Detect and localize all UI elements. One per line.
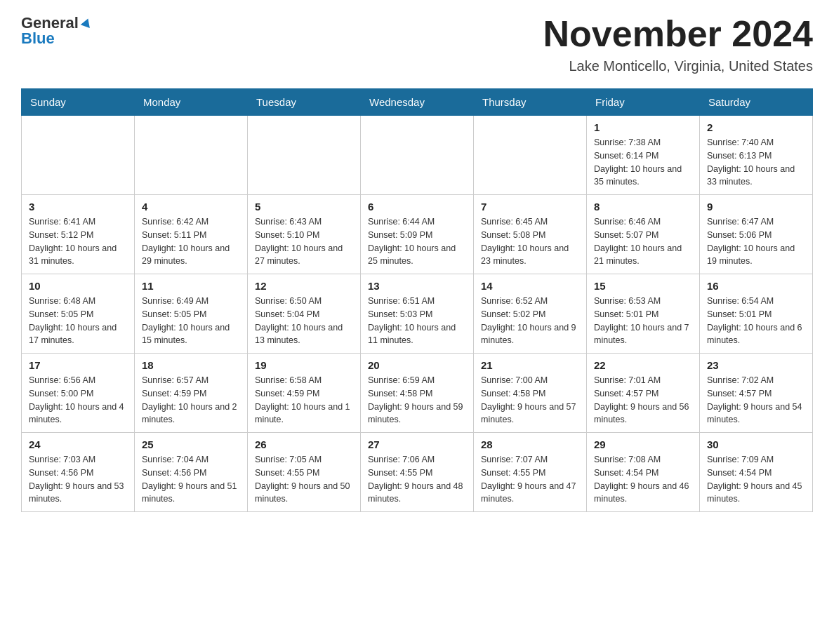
calendar-week-row: 10Sunrise: 6:48 AM Sunset: 5:05 PM Dayli… <box>22 274 813 354</box>
calendar-cell: 23Sunrise: 7:02 AM Sunset: 4:57 PM Dayli… <box>700 354 813 433</box>
calendar-cell: 18Sunrise: 6:57 AM Sunset: 4:59 PM Dayli… <box>135 354 248 433</box>
calendar-cell: 7Sunrise: 6:45 AM Sunset: 5:08 PM Daylig… <box>474 195 587 274</box>
day-info: Sunrise: 6:43 AM Sunset: 5:10 PM Dayligh… <box>255 215 353 268</box>
day-number: 21 <box>481 359 579 371</box>
day-info: Sunrise: 7:00 AM Sunset: 4:58 PM Dayligh… <box>481 374 579 427</box>
calendar-cell: 19Sunrise: 6:58 AM Sunset: 4:59 PM Dayli… <box>248 354 361 433</box>
day-number: 2 <box>707 121 805 133</box>
day-number: 9 <box>707 201 805 213</box>
day-info: Sunrise: 7:08 AM Sunset: 4:54 PM Dayligh… <box>594 453 692 506</box>
calendar-cell: 14Sunrise: 6:52 AM Sunset: 5:02 PM Dayli… <box>474 274 587 354</box>
day-info: Sunrise: 7:02 AM Sunset: 4:57 PM Dayligh… <box>707 374 805 427</box>
calendar-cell: 4Sunrise: 6:42 AM Sunset: 5:11 PM Daylig… <box>135 195 248 274</box>
calendar-cell: 22Sunrise: 7:01 AM Sunset: 4:57 PM Dayli… <box>587 354 700 433</box>
calendar-cell: 26Sunrise: 7:05 AM Sunset: 4:55 PM Dayli… <box>248 433 361 512</box>
calendar-cell <box>135 116 248 195</box>
day-number: 6 <box>368 201 466 213</box>
calendar-cell: 30Sunrise: 7:09 AM Sunset: 4:54 PM Dayli… <box>700 433 813 512</box>
calendar-table: SundayMondayTuesdayWednesdayThursdayFrid… <box>21 88 813 512</box>
day-info: Sunrise: 6:58 AM Sunset: 4:59 PM Dayligh… <box>255 374 353 427</box>
calendar-cell: 29Sunrise: 7:08 AM Sunset: 4:54 PM Dayli… <box>587 433 700 512</box>
day-number: 30 <box>707 438 805 450</box>
day-number: 14 <box>481 280 579 292</box>
calendar-cell <box>248 116 361 195</box>
day-info: Sunrise: 6:48 AM Sunset: 5:05 PM Dayligh… <box>29 295 127 347</box>
day-number: 16 <box>707 280 805 292</box>
day-info: Sunrise: 6:52 AM Sunset: 5:02 PM Dayligh… <box>481 295 579 347</box>
day-info: Sunrise: 7:04 AM Sunset: 4:56 PM Dayligh… <box>142 453 240 506</box>
day-number: 8 <box>594 201 692 213</box>
day-number: 17 <box>29 359 127 371</box>
calendar-cell: 20Sunrise: 6:59 AM Sunset: 4:58 PM Dayli… <box>361 354 474 433</box>
calendar-week-row: 17Sunrise: 6:56 AM Sunset: 5:00 PM Dayli… <box>22 354 813 433</box>
day-info: Sunrise: 6:53 AM Sunset: 5:01 PM Dayligh… <box>594 295 692 347</box>
calendar-cell: 15Sunrise: 6:53 AM Sunset: 5:01 PM Dayli… <box>587 274 700 354</box>
day-info: Sunrise: 6:50 AM Sunset: 5:04 PM Dayligh… <box>255 295 353 347</box>
day-of-week-header: Tuesday <box>248 89 361 116</box>
calendar-cell <box>474 116 587 195</box>
day-number: 19 <box>255 359 353 371</box>
calendar-cell: 16Sunrise: 6:54 AM Sunset: 5:01 PM Dayli… <box>700 274 813 354</box>
calendar-cell: 10Sunrise: 6:48 AM Sunset: 5:05 PM Dayli… <box>22 274 135 354</box>
day-of-week-header: Sunday <box>22 89 135 116</box>
page-header: General Blue November 2024 Lake Monticel… <box>21 14 813 74</box>
day-number: 29 <box>594 438 692 450</box>
day-info: Sunrise: 7:38 AM Sunset: 6:14 PM Dayligh… <box>594 136 692 189</box>
day-info: Sunrise: 6:56 AM Sunset: 5:00 PM Dayligh… <box>29 374 127 427</box>
day-info: Sunrise: 6:41 AM Sunset: 5:12 PM Dayligh… <box>29 215 127 268</box>
day-number: 20 <box>368 359 466 371</box>
day-info: Sunrise: 6:49 AM Sunset: 5:05 PM Dayligh… <box>142 295 240 347</box>
calendar-cell: 3Sunrise: 6:41 AM Sunset: 5:12 PM Daylig… <box>22 195 135 274</box>
svg-marker-0 <box>81 17 93 28</box>
day-number: 7 <box>481 201 579 213</box>
calendar-cell: 24Sunrise: 7:03 AM Sunset: 4:56 PM Dayli… <box>22 433 135 512</box>
calendar-cell <box>361 116 474 195</box>
calendar-week-row: 1Sunrise: 7:38 AM Sunset: 6:14 PM Daylig… <box>22 116 813 195</box>
day-of-week-header: Thursday <box>474 89 587 116</box>
day-number: 22 <box>594 359 692 371</box>
calendar-cell: 17Sunrise: 6:56 AM Sunset: 5:00 PM Dayli… <box>22 354 135 433</box>
calendar-cell: 21Sunrise: 7:00 AM Sunset: 4:58 PM Dayli… <box>474 354 587 433</box>
day-info: Sunrise: 6:51 AM Sunset: 5:03 PM Dayligh… <box>368 295 466 347</box>
day-of-week-header: Monday <box>135 89 248 116</box>
day-number: 28 <box>481 438 579 450</box>
day-info: Sunrise: 7:01 AM Sunset: 4:57 PM Dayligh… <box>594 374 692 427</box>
location-text: Lake Monticello, Virginia, United States <box>543 58 813 74</box>
day-info: Sunrise: 7:03 AM Sunset: 4:56 PM Dayligh… <box>29 453 127 506</box>
calendar-week-row: 3Sunrise: 6:41 AM Sunset: 5:12 PM Daylig… <box>22 195 813 274</box>
calendar-cell: 25Sunrise: 7:04 AM Sunset: 4:56 PM Dayli… <box>135 433 248 512</box>
day-of-week-header: Wednesday <box>361 89 474 116</box>
day-number: 5 <box>255 201 353 213</box>
calendar-cell: 11Sunrise: 6:49 AM Sunset: 5:05 PM Dayli… <box>135 274 248 354</box>
day-info: Sunrise: 6:47 AM Sunset: 5:06 PM Dayligh… <box>707 215 805 268</box>
month-title: November 2024 <box>543 14 813 54</box>
day-number: 15 <box>594 280 692 292</box>
day-info: Sunrise: 7:06 AM Sunset: 4:55 PM Dayligh… <box>368 453 466 506</box>
logo: General Blue <box>21 14 93 48</box>
day-info: Sunrise: 6:54 AM Sunset: 5:01 PM Dayligh… <box>707 295 805 347</box>
day-of-week-header: Saturday <box>700 89 813 116</box>
day-info: Sunrise: 6:44 AM Sunset: 5:09 PM Dayligh… <box>368 215 466 268</box>
calendar-cell: 5Sunrise: 6:43 AM Sunset: 5:10 PM Daylig… <box>248 195 361 274</box>
calendar-cell: 8Sunrise: 6:46 AM Sunset: 5:07 PM Daylig… <box>587 195 700 274</box>
day-number: 10 <box>29 280 127 292</box>
calendar-week-row: 24Sunrise: 7:03 AM Sunset: 4:56 PM Dayli… <box>22 433 813 512</box>
calendar-cell: 27Sunrise: 7:06 AM Sunset: 4:55 PM Dayli… <box>361 433 474 512</box>
day-info: Sunrise: 6:59 AM Sunset: 4:58 PM Dayligh… <box>368 374 466 427</box>
calendar-cell: 6Sunrise: 6:44 AM Sunset: 5:09 PM Daylig… <box>361 195 474 274</box>
day-info: Sunrise: 7:40 AM Sunset: 6:13 PM Dayligh… <box>707 136 805 189</box>
logo-blue-text: Blue <box>21 29 55 47</box>
day-number: 4 <box>142 201 240 213</box>
day-of-week-header: Friday <box>587 89 700 116</box>
calendar-cell: 13Sunrise: 6:51 AM Sunset: 5:03 PM Dayli… <box>361 274 474 354</box>
day-info: Sunrise: 6:45 AM Sunset: 5:08 PM Dayligh… <box>481 215 579 268</box>
calendar-cell <box>22 116 135 195</box>
day-number: 11 <box>142 280 240 292</box>
calendar-cell: 2Sunrise: 7:40 AM Sunset: 6:13 PM Daylig… <box>700 116 813 195</box>
day-info: Sunrise: 7:07 AM Sunset: 4:55 PM Dayligh… <box>481 453 579 506</box>
day-number: 26 <box>255 438 353 450</box>
day-info: Sunrise: 7:05 AM Sunset: 4:55 PM Dayligh… <box>255 453 353 506</box>
day-number: 25 <box>142 438 240 450</box>
day-info: Sunrise: 6:42 AM Sunset: 5:11 PM Dayligh… <box>142 215 240 268</box>
day-number: 27 <box>368 438 466 450</box>
